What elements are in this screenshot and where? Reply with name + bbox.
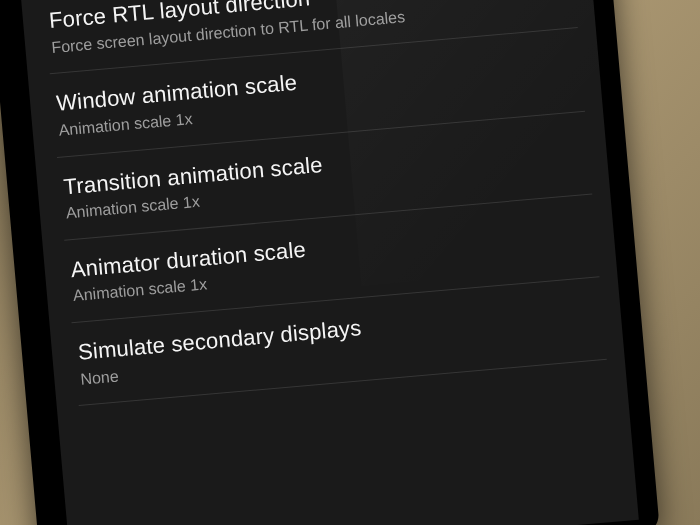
phone-frame: Force RTL layout direction Force screen …: [0, 0, 660, 525]
screen: Force RTL layout direction Force screen …: [21, 0, 639, 525]
settings-list[interactable]: Force RTL layout direction Force screen …: [21, 0, 625, 408]
